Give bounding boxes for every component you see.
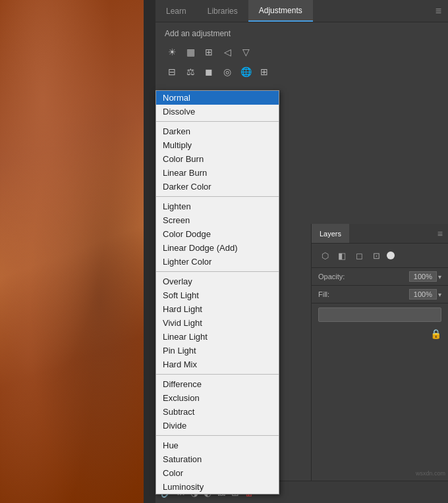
levels-icon[interactable]: ▦ bbox=[183, 45, 198, 59]
lock-icon-row: 🔒 bbox=[312, 326, 448, 342]
layer-attribute-icon[interactable]: ⊡ bbox=[370, 249, 383, 262]
opacity-label: Opacity: bbox=[318, 273, 409, 280]
filter-kind-icon[interactable]: ⬡ bbox=[318, 249, 331, 262]
globe-icon[interactable]: 🌐 bbox=[238, 65, 253, 79]
layer-search-box[interactable] bbox=[318, 307, 441, 322]
dropdown-item-pin-light[interactable]: Pin Light bbox=[156, 344, 279, 357]
dropdown-item-color-burn[interactable]: Color Burn bbox=[156, 152, 279, 166]
tab-libraries[interactable]: Libraries bbox=[197, 0, 248, 22]
tab-bar: Learn Libraries Adjustments ≡ bbox=[155, 0, 448, 22]
opacity-row: Opacity: 100% ▾ bbox=[312, 268, 448, 286]
dropdown-item-saturation[interactable]: Saturation bbox=[156, 452, 279, 466]
dropdown-item-hue[interactable]: Hue bbox=[156, 438, 279, 452]
dropdown-item-color-dodge[interactable]: Color Dodge bbox=[156, 227, 279, 241]
dropdown-item-screen[interactable]: Screen bbox=[156, 213, 279, 227]
dropdown-item-hard-light[interactable]: Hard Light bbox=[156, 302, 279, 316]
separator-2 bbox=[156, 196, 279, 197]
layers-icon-row: ⬡ ◧ ◻ ⊡ bbox=[312, 244, 448, 268]
lock-icon[interactable]: 🔒 bbox=[430, 329, 441, 339]
texture-panel bbox=[0, 0, 144, 503]
tab-learn[interactable]: Learn bbox=[155, 0, 197, 22]
balance-icon[interactable]: ⚖ bbox=[183, 65, 198, 79]
camera-icon[interactable]: ◼ bbox=[202, 65, 216, 79]
fill-row: Fill: 100% ▾ bbox=[312, 286, 448, 304]
dropdown-item-hard-mix[interactable]: Hard Mix bbox=[156, 357, 279, 371]
texture-bg bbox=[0, 0, 144, 503]
dropdown-item-darker-color[interactable]: Darker Color bbox=[156, 180, 279, 194]
dropdown-item-darken[interactable]: Darken bbox=[156, 124, 279, 138]
dropdown-item-linear-light[interactable]: Linear Light bbox=[156, 330, 279, 344]
filter-icon[interactable]: ▽ bbox=[238, 45, 253, 59]
watermark: wsxdn.com bbox=[413, 469, 448, 478]
tab-layers[interactable]: Layers bbox=[312, 224, 349, 243]
sidebar-strip bbox=[144, 0, 155, 503]
curves-icon[interactable]: ⊞ bbox=[202, 45, 216, 59]
dropdown-item-linear-dodge[interactable]: Linear Dodge (Add) bbox=[156, 241, 279, 255]
tab-adjustments[interactable]: Adjustments bbox=[248, 0, 313, 22]
adjustments-header: Add an adjustment bbox=[155, 22, 448, 42]
dropdown-item-linear-burn[interactable]: Linear Burn bbox=[156, 166, 279, 180]
separator-1 bbox=[156, 121, 279, 122]
layers-menu-icon[interactable]: ≡ bbox=[437, 228, 448, 239]
blend-mode-dropdown[interactable]: Normal Dissolve Darken Multiply Color Bu… bbox=[155, 90, 279, 494]
layer-type-icon[interactable]: ◧ bbox=[335, 249, 349, 262]
fill-value[interactable]: 100% bbox=[409, 289, 437, 300]
layer-effect-icon[interactable]: ◻ bbox=[352, 249, 366, 262]
dropdown-item-dissolve[interactable]: Dissolve bbox=[156, 105, 279, 119]
icon-row-1: ☀ ▦ ⊞ ◁ ▽ bbox=[155, 42, 448, 62]
histogram-icon[interactable]: ◁ bbox=[220, 45, 235, 59]
dropdown-item-soft-light[interactable]: Soft Light bbox=[156, 288, 279, 302]
dropdown-item-overlay[interactable]: Overlay bbox=[156, 275, 279, 288]
dropdown-item-vivid-light[interactable]: Vivid Light bbox=[156, 316, 279, 330]
layers-panel: Layers ≡ ⬡ ◧ ◻ ⊡ Opacity: 100% ▾ Fill: 1… bbox=[311, 224, 448, 503]
separator-3 bbox=[156, 271, 279, 272]
dropdown-item-normal[interactable]: Normal bbox=[156, 91, 279, 105]
grid-icon[interactable]: ⊞ bbox=[257, 65, 271, 79]
dropdown-item-color[interactable]: Color bbox=[156, 466, 279, 480]
dropdown-item-multiply[interactable]: Multiply bbox=[156, 138, 279, 152]
split-icon[interactable]: ⊟ bbox=[165, 65, 179, 79]
dropdown-item-divide[interactable]: Divide bbox=[156, 419, 279, 433]
fill-dropdown-btn[interactable]: ▾ bbox=[438, 291, 441, 298]
hsl-icon[interactable]: ◎ bbox=[220, 65, 235, 79]
layer-color-indicator bbox=[387, 252, 395, 259]
dropdown-item-difference[interactable]: Difference bbox=[156, 377, 279, 391]
brightness-icon[interactable]: ☀ bbox=[165, 45, 179, 59]
panel-menu-icon[interactable]: ≡ bbox=[435, 5, 441, 17]
separator-5 bbox=[156, 435, 279, 436]
separator-4 bbox=[156, 374, 279, 375]
layers-tab-bar: Layers ≡ bbox=[312, 224, 448, 244]
dropdown-item-exclusion[interactable]: Exclusion bbox=[156, 391, 279, 405]
icon-row-2: ⊟ ⚖ ◼ ◎ 🌐 ⊞ bbox=[155, 62, 448, 82]
opacity-dropdown-btn[interactable]: ▾ bbox=[438, 273, 441, 280]
fill-label: Fill: bbox=[318, 290, 409, 298]
dropdown-item-lighten[interactable]: Lighten bbox=[156, 199, 279, 213]
dropdown-item-luminosity[interactable]: Luminosity bbox=[156, 480, 279, 494]
dropdown-item-subtract[interactable]: Subtract bbox=[156, 405, 279, 419]
opacity-value[interactable]: 100% bbox=[409, 271, 437, 282]
dropdown-item-lighter-color[interactable]: Lighter Color bbox=[156, 255, 279, 269]
